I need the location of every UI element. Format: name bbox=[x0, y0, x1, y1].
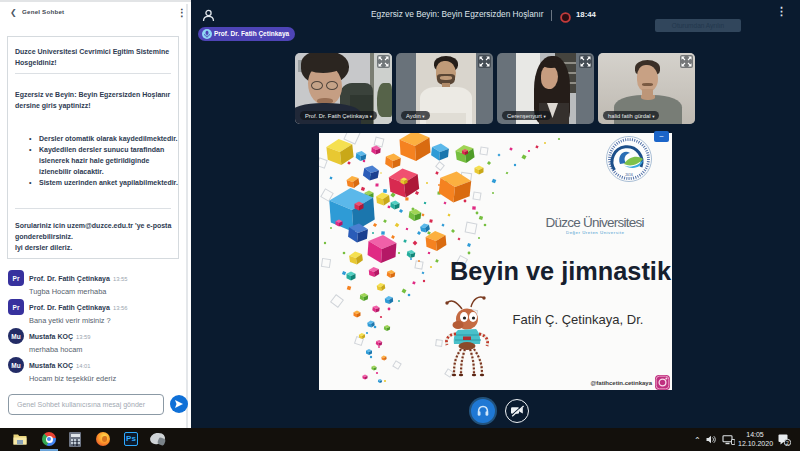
svg-text:Beyin ve jimnastik: Beyin ve jimnastik bbox=[450, 256, 672, 286]
svg-text:2: 2 bbox=[786, 440, 789, 446]
svg-text:Fatih Ç. Çetinkaya, Dr.: Fatih Ç. Çetinkaya, Dr. bbox=[513, 312, 644, 327]
svg-text:Değer Üreten Üniversite: Değer Üreten Üniversite bbox=[566, 230, 625, 235]
svg-text:@fatihcetin.cetinkaya: @fatihcetin.cetinkaya bbox=[590, 380, 652, 386]
svg-text:2016: 2016 bbox=[625, 173, 633, 177]
svg-text:Düzce Üniversitesi: Düzce Üniversitesi bbox=[546, 215, 645, 230]
